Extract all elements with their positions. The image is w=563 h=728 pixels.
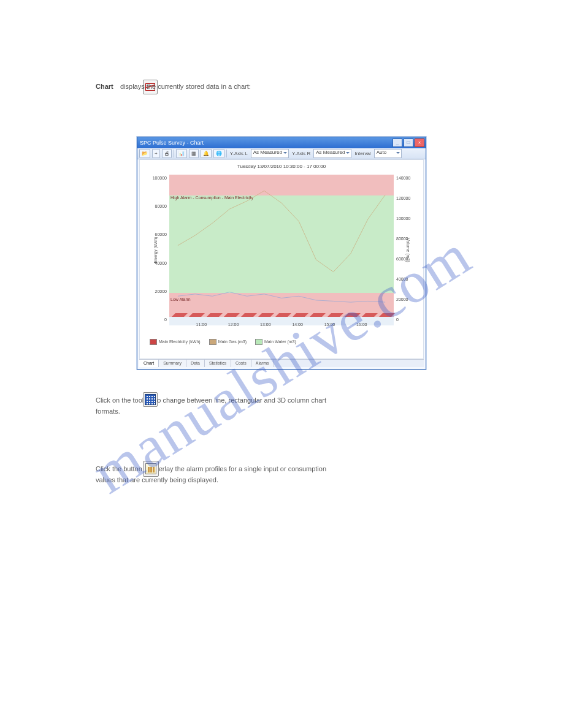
interval-select[interactable]: Auto — [374, 149, 402, 158]
alarm-overlay-icon — [143, 461, 159, 477]
para-grid-a: Click on the toolbar to change between l… — [96, 396, 326, 405]
maximize-button[interactable]: □ — [404, 138, 413, 147]
minimize-button[interactable]: _ — [393, 138, 402, 147]
tab-data[interactable]: Data — [186, 360, 205, 367]
legend-electricity: Main Electricity (kWh) — [159, 339, 201, 344]
y-axis-left-label: Energy (kWh) — [153, 237, 158, 264]
window-title: SPC Pulse Survey - Chart — [140, 140, 204, 146]
yaxis-right-label: Y-Axis R — [291, 151, 312, 156]
toolbar-print-icon[interactable]: 🖨 — [162, 149, 172, 158]
legend-gas: Main Gas (m3) — [218, 339, 247, 344]
para-grid-b: formats. — [96, 407, 120, 416]
app-window: SPC Pulse Survey - Chart _ □ × 📂 + 🖨 📊 ▦… — [137, 137, 426, 370]
close-button[interactable]: × — [415, 138, 424, 147]
toolbar-alarm-overlay-icon[interactable]: 🔔 — [201, 149, 212, 158]
yaxis-right-select[interactable]: As Measured — [313, 149, 351, 158]
toolbar-grid-icon[interactable]: ▦ — [189, 149, 199, 158]
legend-water: Main Water (m3) — [264, 339, 296, 344]
tab-summary[interactable]: Summary — [159, 360, 186, 367]
tab-alarms[interactable]: Alarms — [251, 360, 274, 367]
yaxis-left-label: Y-Axis L — [229, 151, 249, 156]
yaxis-left-select[interactable]: As Measured — [251, 149, 289, 158]
toolbar-globe-icon[interactable]: 🌐 — [213, 149, 224, 158]
tab-statistics[interactable]: Statistics — [205, 360, 231, 367]
chart-plot: High Alarm - Consumption - Main Electric… — [169, 175, 394, 325]
title-bar: SPC Pulse Survey - Chart _ □ × — [137, 137, 426, 148]
section-label-chart: Chart — [96, 82, 113, 91]
chart-title: Tuesday 13/07/2010 10:30:00 - 17 00:00 — [140, 160, 423, 169]
chart-legend: Main Electricity (kWh) Main Gas (m3) Mai… — [150, 339, 296, 345]
para-3d-b: values that are currently being displaye… — [96, 476, 218, 485]
toolbar-chart-type-icon[interactable]: 📊 — [176, 149, 187, 158]
toolbar-open-icon[interactable]: 📂 — [139, 149, 150, 158]
chart-pane: Tuesday 13/07/2010 10:30:00 - 17 00:00 H… — [139, 159, 424, 359]
tab-chart[interactable]: Chart — [139, 360, 159, 367]
tab-costs[interactable]: Costs — [231, 360, 251, 367]
toolbar-plus-icon[interactable]: + — [152, 149, 160, 158]
para-3d-a: Click the button to overlay the alarm pr… — [96, 464, 326, 474]
para-chart-desc: displays the currently stored data in a … — [120, 82, 251, 91]
grid-icon — [143, 392, 158, 407]
toolbar: 📂 + 🖨 📊 ▦ 🔔 🌐 Y-Axis L As Measured Y-Axi… — [137, 148, 426, 159]
interval-label: Interval — [353, 151, 372, 156]
tab-bar: Chart Summary Data Statistics Costs Alar… — [139, 359, 424, 367]
